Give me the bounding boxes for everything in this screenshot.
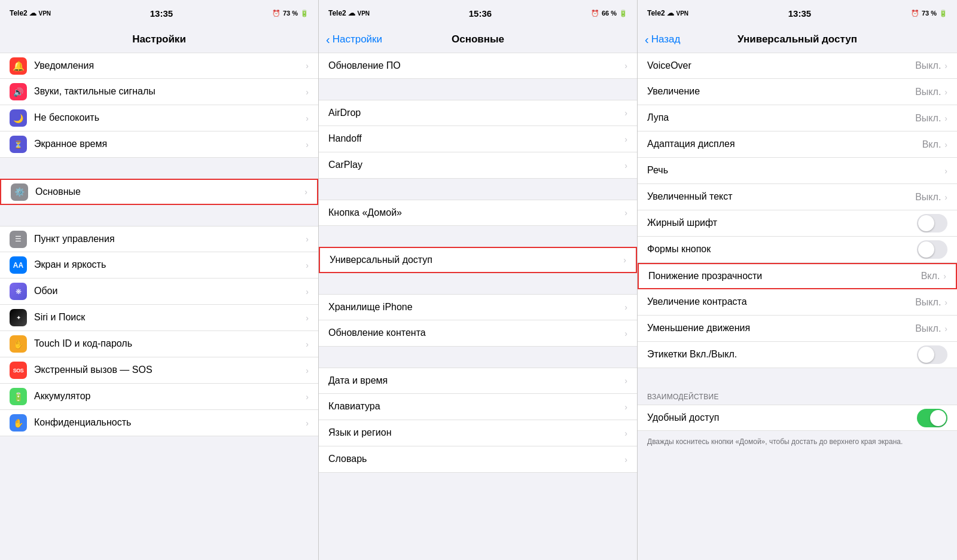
section-group-1c: ☰ Пункт управления › AA Экран и яркость … [0,226,318,436]
list-item-obnovlenie[interactable]: Обновление ПО › [319,53,637,79]
knopka-label: Кнопка «Домой» [328,207,624,219]
list-item-sos[interactable]: SOS Экстренный вызов — SOS › [0,357,318,384]
list-item-dictionary[interactable]: Словарь › [319,446,637,473]
storage-label: Хранилище iPhone [328,301,624,314]
datetime-label: Дата и время [328,375,624,387]
list-item-labels[interactable]: Этикетки Вкл./Выкл. [638,342,957,368]
chevron-airdrop: › [624,108,627,118]
list-item-carplay[interactable]: CarPlay › [319,152,637,179]
list-item-easyaccess[interactable]: Удобный доступ [638,405,957,431]
chevron-zoom: › [944,87,947,97]
alarm-icon-2: ⏰ [591,10,599,17]
list-item-privacy[interactable]: ✋ Конфиденциальность › [0,410,318,436]
panel-1: Tele2 ☁ VPN 13:35 ⏰ 73 % 🔋 Настройки 🔔 У… [0,0,319,560]
list-item-datetime[interactable]: Дата и время › [319,368,637,394]
list-item-buttonshapes[interactable]: Формы кнопок [638,237,957,263]
list-item-wallpaper[interactable]: ❋ Обои › [0,279,318,305]
nav-back-3[interactable]: ‹ Назад [645,33,680,45]
list-item-keyboard[interactable]: Клавиатура › [319,394,637,420]
list-item-bigtext[interactable]: Увеличенный текст Выкл. › [638,184,957,210]
time-3: 13:35 [788,8,811,19]
chevron-dictionary: › [624,455,627,464]
chevron-rech: › [944,166,947,176]
list-item-zoom[interactable]: Увеличение Выкл. › [638,79,957,105]
screentime-icon: ⏳ [10,136,27,153]
zoom-value: Выкл. [915,87,941,97]
status-bar-3: Tele2 ☁ VPN 13:35 ⏰ 73 % 🔋 [638,0,957,26]
chevron-carplay: › [624,161,627,170]
list-item-notifications[interactable]: 🔔 Уведомления › [0,53,318,79]
settings-list-1: 🔔 Уведомления › 🔊 Звуки, тактильные сигн… [0,53,318,560]
list-item-controlcenter[interactable]: ☰ Пункт управления › [0,226,318,252]
list-item-donotdisturb[interactable]: 🌙 Не беспокоить › [0,105,318,131]
touchid-icon: ✋ [10,335,27,353]
list-item-boldfont[interactable]: Жирный шрифт [638,210,957,237]
nav-back-2[interactable]: ‹ Настройки [326,33,382,45]
list-item-handoff[interactable]: Handoff › [319,126,637,152]
carrier-3: Tele2 ☁ VPN [647,9,688,17]
list-item-screentime[interactable]: ⏳ Экранное время › [0,131,318,158]
chevron-content: › [624,329,627,338]
labels-toggle[interactable] [917,345,947,364]
battery-1: 73 % [283,10,298,17]
list-item-contrast[interactable]: Увеличение контраста Выкл. › [638,289,957,316]
carplay-label: CarPlay [328,159,624,172]
list-item-storage[interactable]: Хранилище iPhone › [319,294,637,320]
language-label: Язык и регион [328,427,624,439]
reducetr-label: Понижение прозрачности [648,270,921,283]
list-item-reducemotion[interactable]: Уменьшение движения Выкл. › [638,316,957,342]
battery-icon-2: 🔋 [619,10,627,17]
list-item-siri[interactable]: ✦ Siri и Поиск › [0,305,318,331]
sos-icon: SOS [10,362,27,379]
chevron-siri: › [306,313,309,323]
universal-label: Универсальный доступ [330,254,623,267]
chevron-obnovlenie: › [624,61,627,71]
alarm-icon-3: ⏰ [911,10,919,17]
back-label-3: Назад [651,33,681,45]
battery-label: Аккумулятор [34,390,306,403]
list-item-sounds[interactable]: 🔊 Звуки, тактильные сигналы › [0,79,318,105]
panel-3: Tele2 ☁ VPN 13:35 ⏰ 73 % 🔋 ‹ Назад Униве… [638,0,957,560]
content-label: Обновление контента [328,327,624,339]
airdrop-label: AirDrop [328,107,624,120]
bigtext-value: Выкл. [915,192,941,203]
list-item-general[interactable]: ⚙️ Основные › [0,179,318,205]
section-group-1a: 🔔 Уведомления › 🔊 Звуки, тактильные сигн… [0,53,318,158]
right-icons-3: ⏰ 73 % 🔋 [911,10,947,17]
list-item-language[interactable]: Язык и регион › [319,420,637,446]
list-item-knopka[interactable]: Кнопка «Домой» › [319,200,637,226]
chevron-storage: › [624,302,627,312]
nav-title-3: Универсальный доступ [737,33,857,45]
list-item-touchid[interactable]: ✋ Touch ID и код-пароль › [0,331,318,357]
list-item-content[interactable]: Обновление контента › [319,320,637,347]
buttonshapes-toggle[interactable] [917,240,947,259]
zoom-label: Увеличение [647,85,915,98]
controlcenter-label: Пункт управления [34,233,306,246]
list-item-display[interactable]: AA Экран и яркость › [0,252,318,279]
list-item-adaptdisplay[interactable]: Адаптация дисплея Вкл. › [638,131,957,158]
battery-icon-item: 🔋 [10,388,27,405]
nav-title-2: Основные [452,33,504,45]
chevron-contrast: › [944,298,947,307]
list-item-battery[interactable]: 🔋 Аккумулятор › [0,384,318,410]
easyaccess-toggle[interactable] [917,409,947,427]
list-item-lupa[interactable]: Лупа Выкл. › [638,105,957,131]
boldfont-toggle[interactable] [917,214,947,232]
alarm-icon-1: ⏰ [272,10,281,17]
spacer-2d [319,273,637,294]
buttonshapes-label: Формы кнопок [647,243,917,256]
section-group-2e: Хранилище iPhone › Обновление контента › [319,294,637,347]
nav-title-1: Настройки [132,33,186,45]
list-item-airdrop[interactable]: AirDrop › [319,100,637,126]
privacy-icon: ✋ [10,414,27,432]
list-item-rech[interactable]: Речь › [638,158,957,184]
list-item-voiceover[interactable]: VoiceOver Выкл. › [638,53,957,79]
handoff-label: Handoff [328,133,624,145]
lupa-value: Выкл. [915,113,941,124]
labels-knob [918,347,934,363]
list-item-reducetr[interactable]: Понижение прозрачности Вкл. › [638,263,957,289]
list-item-universal[interactable]: Универсальный доступ › [319,247,637,273]
spacer-2c [319,226,637,247]
battery-icon-1: 🔋 [300,10,309,17]
panel-2: Tele2 ☁ VPN 15:36 ⏰ 66 % 🔋 ‹ Настройки О… [319,0,638,560]
